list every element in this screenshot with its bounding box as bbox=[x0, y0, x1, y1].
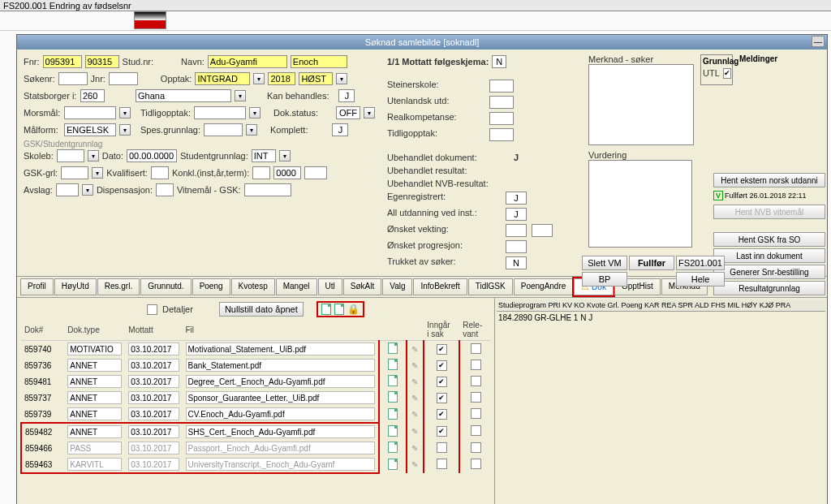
mottatt-date-input[interactable] bbox=[128, 375, 179, 388]
edit-icon[interactable]: ✎ bbox=[411, 345, 418, 354]
tidl-input[interactable] bbox=[489, 128, 514, 141]
doktype-input[interactable] bbox=[67, 342, 122, 355]
edit-icon[interactable]: ✎ bbox=[411, 377, 418, 386]
hent-ekstern-button[interactable]: Hent ekstern norsk utdanni bbox=[713, 173, 825, 187]
fil-input[interactable] bbox=[186, 425, 375, 438]
uten-input[interactable] bbox=[489, 96, 514, 109]
fil-input[interactable] bbox=[186, 407, 375, 420]
vekt1-input[interactable] bbox=[506, 224, 527, 237]
tab-utl[interactable]: Utl bbox=[318, 278, 342, 295]
kval-input[interactable] bbox=[151, 166, 169, 179]
mottatt-date-input[interactable] bbox=[128, 391, 179, 404]
avslag-dropdown[interactable]: ▾ bbox=[82, 184, 93, 196]
file-icon[interactable] bbox=[388, 425, 398, 437]
tab-høyutd[interactable]: HøyUtd bbox=[54, 278, 97, 295]
allutd-input[interactable] bbox=[506, 208, 527, 221]
firstname-input[interactable] bbox=[291, 55, 347, 68]
edit-icon[interactable]: ✎ bbox=[411, 410, 418, 419]
rel-checkbox[interactable] bbox=[471, 376, 481, 386]
rel-checkbox[interactable] bbox=[471, 360, 481, 370]
komplett-input[interactable] bbox=[332, 123, 348, 136]
last-inn-button[interactable]: Last inn dokument bbox=[713, 248, 825, 263]
sak-checkbox[interactable]: ✔ bbox=[437, 393, 447, 403]
hent-gsk-button[interactable]: Hent GSK fra SO bbox=[713, 232, 825, 247]
copy2-icon[interactable] bbox=[334, 304, 344, 315]
edit-icon[interactable]: ✎ bbox=[411, 444, 418, 453]
doktype-input[interactable] bbox=[67, 407, 122, 420]
term-dropdown[interactable]: ▾ bbox=[336, 73, 347, 84]
hele-button[interactable]: Hele bbox=[676, 272, 725, 286]
tidlig-dropdown[interactable]: ▾ bbox=[249, 107, 260, 118]
file-icon[interactable] bbox=[388, 459, 398, 470]
tab-tidlgsk[interactable]: TidlGSK bbox=[468, 278, 513, 295]
edit-icon[interactable]: ✎ bbox=[411, 394, 418, 403]
table-row[interactable]: 859739✎✔ bbox=[21, 406, 491, 423]
egen-input[interactable] bbox=[506, 192, 527, 205]
table-row[interactable]: 859736✎✔ bbox=[21, 357, 491, 373]
minimize-button[interactable]: — bbox=[812, 36, 825, 47]
opptak-dropdown[interactable]: ▾ bbox=[253, 73, 265, 84]
edit-icon[interactable]: ✎ bbox=[411, 427, 418, 436]
grunnlag-checkbox[interactable]: ✔ bbox=[723, 68, 731, 79]
year-input[interactable] bbox=[268, 72, 295, 85]
tab-poengandre[interactable]: PoengAndre bbox=[514, 278, 574, 295]
vekt2-input[interactable] bbox=[532, 224, 553, 237]
hent-nvb-button[interactable]: Hent NVB vitnemål bbox=[713, 205, 825, 219]
gskgrl-input[interactable] bbox=[61, 166, 88, 179]
jnr-input[interactable] bbox=[109, 72, 138, 85]
mottatt-date-input[interactable] bbox=[128, 458, 179, 471]
tab-valg[interactable]: Valg bbox=[382, 278, 412, 295]
bp-button[interactable]: BP bbox=[582, 272, 627, 286]
fil-input[interactable] bbox=[186, 359, 375, 372]
stats-code-input[interactable] bbox=[80, 89, 105, 102]
sak-checkbox[interactable]: ✔ bbox=[437, 344, 447, 355]
malform-dropdown[interactable]: ▾ bbox=[119, 124, 131, 136]
studgr-dropdown[interactable]: ▾ bbox=[279, 150, 291, 162]
vurdering-textarea[interactable] bbox=[588, 160, 692, 248]
slettvm-button[interactable]: Slett VM bbox=[582, 256, 627, 270]
konkl-term-input[interactable] bbox=[304, 166, 327, 179]
rel-checkbox[interactable] bbox=[471, 343, 481, 354]
doktype-input[interactable] bbox=[67, 359, 122, 372]
sak-checkbox[interactable]: ✔ bbox=[437, 360, 447, 371]
sak-checkbox[interactable] bbox=[437, 442, 447, 453]
real-input[interactable] bbox=[489, 112, 514, 125]
tab-grunnutd.[interactable]: Grunnutd. bbox=[140, 278, 191, 295]
sak-checkbox[interactable]: ✔ bbox=[437, 377, 447, 387]
doks-dropdown[interactable]: ▾ bbox=[364, 107, 375, 118]
mottatt-input[interactable] bbox=[492, 55, 506, 68]
fil-input[interactable] bbox=[186, 442, 375, 454]
mottatt-date-input[interactable] bbox=[128, 425, 179, 438]
file-icon[interactable] bbox=[388, 408, 398, 420]
sak-checkbox[interactable]: ✔ bbox=[437, 426, 447, 437]
rel-checkbox[interactable] bbox=[471, 425, 481, 436]
opptak-input[interactable] bbox=[195, 72, 250, 85]
fil-input[interactable] bbox=[186, 458, 375, 471]
fnr2-input[interactable] bbox=[85, 55, 119, 68]
file-icon[interactable] bbox=[388, 342, 398, 354]
file-icon[interactable] bbox=[388, 359, 398, 370]
mottatt-date-input[interactable] bbox=[128, 407, 179, 420]
nullstill-button[interactable]: Nullstill dato åpnet bbox=[219, 302, 304, 317]
table-row[interactable]: 859740✎✔ bbox=[21, 341, 491, 358]
stats-dropdown[interactable]: ▾ bbox=[235, 90, 246, 101]
table-row[interactable]: 859737✎✔ bbox=[21, 390, 491, 406]
stats-country-input[interactable] bbox=[136, 89, 231, 102]
morsmal-dropdown[interactable]: ▾ bbox=[119, 107, 131, 118]
term-input[interactable] bbox=[299, 72, 333, 85]
kanb-input[interactable] bbox=[338, 89, 355, 102]
mottatt-date-input[interactable] bbox=[128, 342, 179, 355]
copy-icon[interactable] bbox=[321, 304, 331, 315]
fil-input[interactable] bbox=[186, 391, 375, 404]
dato-input[interactable] bbox=[127, 149, 177, 162]
lock-icon[interactable]: 🔒 bbox=[347, 304, 360, 315]
morsmal-input[interactable] bbox=[64, 106, 116, 119]
doktype-input[interactable] bbox=[67, 391, 122, 404]
merknad-textarea[interactable] bbox=[588, 64, 694, 145]
fs201-button[interactable]: FS201.001 bbox=[676, 256, 725, 270]
fnr1-input[interactable] bbox=[43, 55, 82, 68]
doktype-input[interactable] bbox=[67, 458, 122, 471]
table-row[interactable]: 859463✎ bbox=[21, 456, 491, 473]
fil-input[interactable] bbox=[186, 375, 375, 388]
trukk-input[interactable] bbox=[506, 256, 527, 269]
